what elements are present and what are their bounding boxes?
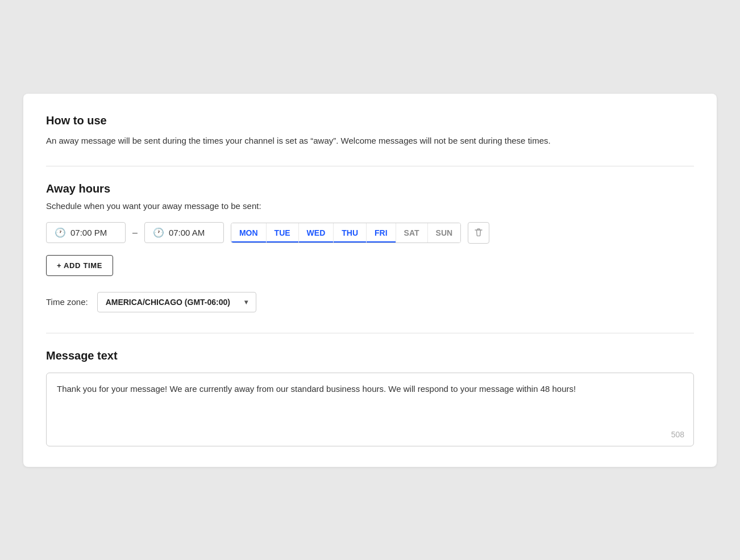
divider-2 [46, 333, 694, 333]
how-to-use-description: An away message will be sent during the … [46, 134, 694, 148]
time-row: 🕐 07:00 PM – 🕐 07:00 AM MON TUE WED THU … [46, 222, 694, 244]
away-hours-title: Away hours [46, 182, 694, 195]
day-wed[interactable]: WED [299, 223, 334, 243]
add-time-label: + ADD TIME [57, 261, 102, 270]
how-to-use-section: How to use An away message will be sent … [46, 114, 694, 148]
how-to-use-title: How to use [46, 114, 694, 127]
timezone-row: Time zone: AMERICA/CHICAGO (GMT-06:00) ▾ [46, 292, 694, 312]
clock-end-icon: 🕐 [153, 227, 164, 238]
delete-time-button[interactable] [468, 222, 489, 244]
add-time-button[interactable]: + ADD TIME [46, 255, 113, 276]
day-mon[interactable]: MON [231, 223, 267, 243]
day-tue[interactable]: TUE [267, 223, 299, 243]
day-fri[interactable]: FRI [367, 223, 396, 243]
day-thu[interactable]: THU [334, 223, 367, 243]
days-selector: MON TUE WED THU FRI SAT SUN [231, 223, 461, 243]
char-count: 508 [671, 430, 684, 439]
chevron-down-icon: ▾ [244, 298, 248, 306]
timezone-select[interactable]: AMERICA/CHICAGO (GMT-06:00) ▾ [97, 292, 256, 312]
end-time-input[interactable]: 🕐 07:00 AM [144, 222, 224, 243]
clock-start-icon: 🕐 [55, 227, 66, 238]
away-hours-subtitle: Schedule when you want your away message… [46, 201, 694, 211]
message-textarea[interactable]: Thank you for your message! We are curre… [57, 382, 683, 428]
timezone-value: AMERICA/CHICAGO (GMT-06:00) [106, 298, 230, 307]
end-time-value: 07:00 AM [169, 228, 205, 237]
time-dash: – [132, 228, 138, 238]
day-sat[interactable]: SAT [396, 223, 428, 243]
away-hours-section: Away hours Schedule when you want your a… [46, 182, 694, 292]
message-textarea-wrapper: Thank you for your message! We are curre… [46, 373, 694, 446]
trash-icon [474, 228, 483, 237]
divider-1 [46, 166, 694, 166]
start-time-input[interactable]: 🕐 07:00 PM [46, 222, 126, 243]
message-text-section: Message text Thank you for your message!… [46, 349, 694, 446]
message-text-title: Message text [46, 349, 694, 362]
timezone-label: Time zone: [46, 297, 88, 307]
start-time-value: 07:00 PM [70, 228, 107, 237]
day-sun[interactable]: SUN [428, 223, 461, 243]
main-card: How to use An away message will be sent … [23, 94, 717, 467]
